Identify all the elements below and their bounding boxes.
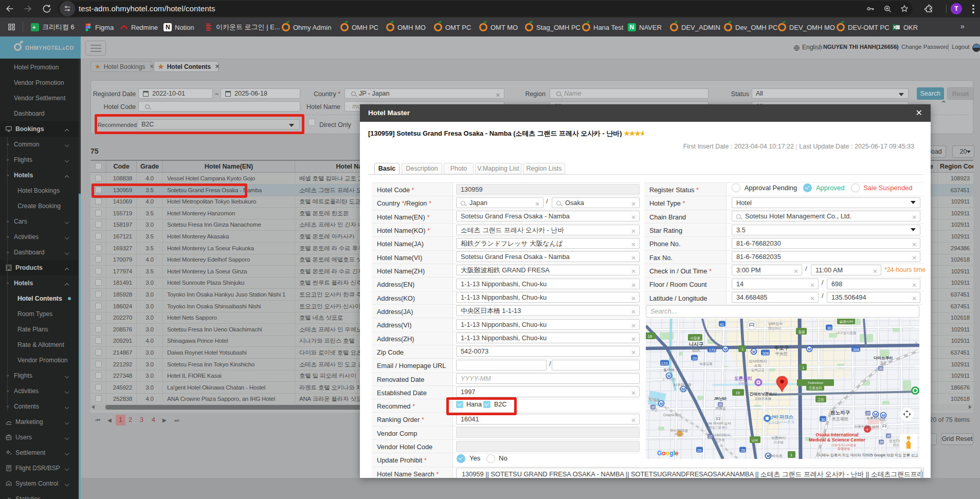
svg-text:사쿠라가와: 사쿠라가와 (674, 383, 692, 386)
svg-text:難波神社: 難波神社 (768, 326, 782, 330)
svg-text:종합병원: 종합병원 (838, 447, 850, 451)
svg-text:西区: 西区 (692, 348, 700, 353)
svg-text:M: M (808, 347, 811, 352)
svg-text:스지: 스지 (754, 364, 761, 367)
svg-text:鶴橋: 鶴橋 (879, 418, 886, 421)
svg-text:S: S (915, 341, 918, 345)
svg-text:시테누 단축키 지도 데이터 ©2025 Google: 시테누 단축키 지도 데이터 ©2025 Google 약관 지도 오류 신고 (819, 453, 918, 457)
svg-text:桃谷: 桃谷 (893, 443, 900, 447)
svg-text:난바신사: 난바신사 (768, 322, 783, 325)
svg-text:JR: JR (866, 412, 870, 415)
svg-text:니시구: 니시구 (689, 341, 704, 347)
svg-text:장굴: 장굴 (798, 330, 806, 334)
svg-text:다마쓰쿠리: 다마쓰쿠리 (874, 356, 893, 360)
svg-text:북굴강통: 북굴강통 (699, 362, 713, 366)
svg-text:긴테쓰닛폰바시: 긴테쓰닛폰바시 (750, 392, 777, 396)
svg-text:오시하라바시: 오시하라바시 (709, 433, 731, 437)
svg-text:308: 308 (853, 347, 860, 352)
svg-text:도톤보리: 도톤보리 (734, 376, 752, 381)
svg-text:天王寺区: 天王寺区 (832, 417, 848, 421)
svg-text:아시하라초: 아시하라초 (670, 429, 688, 432)
svg-text:なんばパークス: なんばパークス (767, 420, 795, 424)
svg-text:에비스초: 에비스초 (768, 454, 783, 457)
svg-text:1: 1 (802, 365, 804, 370)
svg-text:JR: JR (886, 434, 891, 438)
svg-text:심재교근: 심재교근 (751, 368, 765, 372)
svg-text:難波八阪神社: 難波八阪神社 (709, 426, 728, 429)
svg-text:난바: 난바 (752, 438, 759, 442)
svg-text:Google: Google (657, 450, 679, 457)
svg-text:주오구: 주오구 (774, 345, 789, 350)
svg-text:Medical & Science Center: Medical & Science Center (809, 437, 865, 442)
svg-text:M: M (724, 347, 727, 352)
svg-text:미유키모리 신사: 미유키모리 신사 (855, 424, 879, 428)
svg-text:芦原町: 芦原町 (674, 433, 684, 436)
svg-text:도톤보리: 도톤보리 (809, 386, 822, 390)
svg-text:16: 16 (648, 334, 652, 339)
svg-text:大正: 大正 (651, 408, 659, 412)
svg-text:M: M (882, 413, 885, 418)
svg-text:30: 30 (821, 417, 825, 422)
svg-text:Osaka International: Osaka International (815, 432, 859, 437)
svg-text:신사이바시: 신사이바시 (749, 359, 767, 363)
svg-text:日本橋: 日本橋 (773, 440, 784, 444)
svg-text:近鉄日本橋: 近鉄日本橋 (755, 397, 772, 400)
svg-text:내구보사정통: 내구보사정통 (837, 331, 857, 335)
svg-text:JR難波: JR難波 (715, 406, 726, 411)
svg-text:中央区: 中央区 (775, 352, 788, 356)
svg-text:29: 29 (693, 356, 697, 361)
svg-text:桜川: 桜川 (679, 387, 686, 391)
svg-text:M: M (660, 401, 663, 406)
svg-text:308: 308 (763, 351, 769, 356)
svg-text:玉造: 玉造 (880, 361, 887, 364)
svg-text:41: 41 (720, 322, 724, 327)
svg-text:30: 30 (827, 326, 831, 330)
svg-text:난바 파크스: 난바 파크스 (769, 414, 793, 419)
svg-text:대판게이사쓰병원: 대판게이사쓰병원 (831, 443, 856, 447)
svg-text:서장굴: 서장굴 (690, 336, 700, 340)
svg-text:난바 아사카 신사: 난바 아사카 신사 (705, 421, 731, 425)
svg-text:법원사카: 법원사카 (840, 320, 854, 323)
svg-text:돔마에: 돔마에 (664, 368, 675, 372)
svg-text:ド一ム前: ド一ム前 (662, 377, 676, 381)
svg-text:芦原橋: 芦原橋 (715, 438, 725, 441)
svg-text:Onami-dori: Onami-dori (663, 413, 681, 417)
svg-text:JR: JR (879, 367, 883, 371)
svg-text:JR: JR (879, 440, 883, 444)
svg-text:JR: JR (718, 403, 722, 406)
svg-text:덴노지구: 덴노지구 (830, 410, 850, 415)
svg-text:道頓堀: 道頓堀 (738, 381, 748, 385)
svg-text:고진: 고진 (818, 398, 824, 401)
svg-text:25: 25 (741, 448, 745, 453)
svg-text:닛폰바시: 닛폰바시 (771, 436, 786, 439)
svg-text:15: 15 (736, 391, 740, 395)
svg-text:1: 1 (741, 347, 743, 352)
svg-text:1: 1 (790, 453, 792, 457)
svg-text:다이쇼: 다이쇼 (649, 398, 660, 401)
svg-text:173: 173 (709, 348, 716, 353)
svg-text:29: 29 (697, 448, 701, 453)
svg-text:173: 173 (661, 361, 668, 366)
svg-text:JR난바: JR난바 (714, 396, 727, 401)
svg-text:M: M (752, 349, 755, 354)
